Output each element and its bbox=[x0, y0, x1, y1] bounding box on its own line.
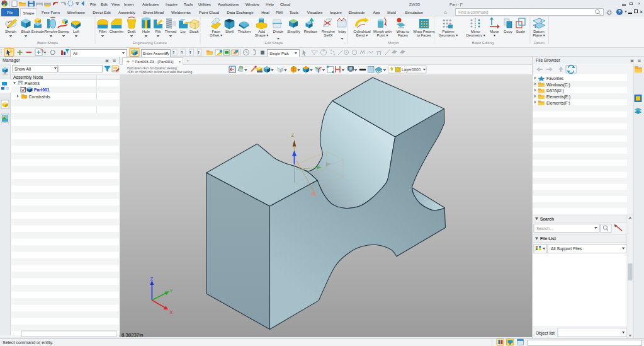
svg-text:Constraints: Constraints bbox=[29, 95, 51, 99]
svg-text:Hole: Hole bbox=[142, 30, 150, 33]
svg-text:Elements(E:): Elements(E:) bbox=[546, 95, 570, 100]
svg-text:Morph with: Morph with bbox=[373, 30, 392, 33]
svg-text:Plane ▾: Plane ▾ bbox=[533, 33, 545, 37]
svg-text:Basic Shape: Basic Shape bbox=[37, 41, 59, 45]
svg-text:Datum: Datum bbox=[533, 30, 544, 33]
svg-text:Wrap to: Wrap to bbox=[397, 30, 410, 33]
svg-text:File List: File List bbox=[540, 236, 556, 241]
svg-text:Shell: Shell bbox=[225, 30, 234, 33]
svg-text:X: X bbox=[170, 309, 173, 315]
svg-text:Face: Face bbox=[212, 30, 220, 33]
svg-text:Edit Shape: Edit Shape bbox=[264, 41, 283, 45]
svg-text:Simplify: Simplify bbox=[287, 30, 300, 33]
svg-text:Elements(F:): Elements(F:) bbox=[546, 101, 570, 106]
svg-text:Divide: Divide bbox=[273, 30, 284, 33]
svg-text:Datum: Datum bbox=[534, 41, 545, 45]
svg-text:Morph: Morph bbox=[388, 41, 398, 45]
svg-text:Block: Block bbox=[21, 30, 30, 33]
svg-text:Object list: Object list bbox=[536, 331, 555, 336]
svg-text:Part001: Part001 bbox=[34, 88, 50, 92]
svg-text:Geometry ▾: Geometry ▾ bbox=[439, 33, 458, 37]
svg-text:Search...: Search... bbox=[536, 226, 553, 231]
svg-text:Part003: Part003 bbox=[25, 81, 40, 86]
svg-text:Windows(C:): Windows(C:) bbox=[546, 83, 570, 88]
svg-text:SelfX: SelfX bbox=[324, 33, 332, 37]
svg-text:8.38237in: 8.38237in bbox=[121, 332, 143, 338]
svg-text:Shape ▾: Shape ▾ bbox=[255, 33, 269, 37]
svg-text:Z: Z bbox=[291, 133, 294, 137]
svg-text:Cylindrical: Cylindrical bbox=[353, 30, 370, 33]
svg-text:3: 3 bbox=[540, 19, 542, 23]
svg-text:Offset ▾: Offset ▾ bbox=[210, 33, 222, 37]
svg-text:Search: Search bbox=[540, 217, 554, 221]
svg-text:▾: ▾ bbox=[494, 33, 495, 37]
svg-text:Layer0000: Layer0000 bbox=[402, 67, 421, 72]
svg-text:Wrap Pattern: Wrap Pattern bbox=[413, 30, 435, 33]
svg-text:to Faces: to Faces bbox=[417, 33, 431, 37]
svg-text:Basic Editing: Basic Editing bbox=[472, 41, 494, 45]
svg-text:Lip: Lip bbox=[181, 30, 186, 33]
svg-text:Move: Move bbox=[490, 30, 499, 33]
svg-text:1: 1 bbox=[534, 25, 536, 28]
svg-text:Thread: Thread bbox=[165, 30, 177, 33]
svg-text:DATA(D:): DATA(D:) bbox=[546, 88, 564, 93]
svg-text:Chamfer: Chamfer bbox=[110, 30, 124, 33]
svg-text:All Support Files: All Support Files bbox=[551, 246, 582, 251]
svg-text:Rib: Rib bbox=[155, 30, 162, 33]
svg-text:Fillet: Fillet bbox=[99, 30, 107, 33]
svg-text:Draft: Draft bbox=[128, 30, 136, 33]
svg-text:Sweep: Sweep bbox=[58, 30, 70, 33]
svg-text:Resolve: Resolve bbox=[322, 30, 336, 33]
svg-text:Thicken: Thicken bbox=[238, 30, 251, 33]
svg-text:Add: Add bbox=[258, 30, 264, 33]
svg-text:⌞: ⌞ bbox=[344, 40, 346, 44]
svg-text:Engineering Feature: Engineering Feature bbox=[133, 41, 167, 45]
svg-text:Point ▾: Point ▾ bbox=[376, 33, 388, 37]
svg-text:Sketch: Sketch bbox=[5, 30, 16, 33]
svg-text:Favorites: Favorites bbox=[546, 76, 564, 81]
svg-text:Stock: Stock bbox=[189, 30, 199, 33]
svg-text:Loft: Loft bbox=[73, 30, 79, 33]
svg-text:Replace: Replace bbox=[304, 30, 318, 33]
svg-text:Mirror: Mirror bbox=[471, 30, 480, 33]
svg-text:Z: Z bbox=[150, 276, 154, 282]
svg-text:Y: Y bbox=[170, 288, 173, 294]
svg-text:Revolve: Revolve bbox=[44, 30, 58, 33]
svg-text:Geometry ▾: Geometry ▾ bbox=[466, 33, 485, 37]
svg-text:Inlay: Inlay bbox=[338, 30, 346, 33]
svg-text:Extrude: Extrude bbox=[31, 30, 45, 33]
svg-text:Scale: Scale bbox=[516, 30, 526, 33]
svg-text:Bend ▾: Bend ▾ bbox=[356, 33, 368, 37]
svg-text:Pattern: Pattern bbox=[443, 30, 455, 33]
svg-text:Copy: Copy bbox=[504, 30, 512, 33]
svg-text:Faces: Faces bbox=[398, 33, 408, 37]
